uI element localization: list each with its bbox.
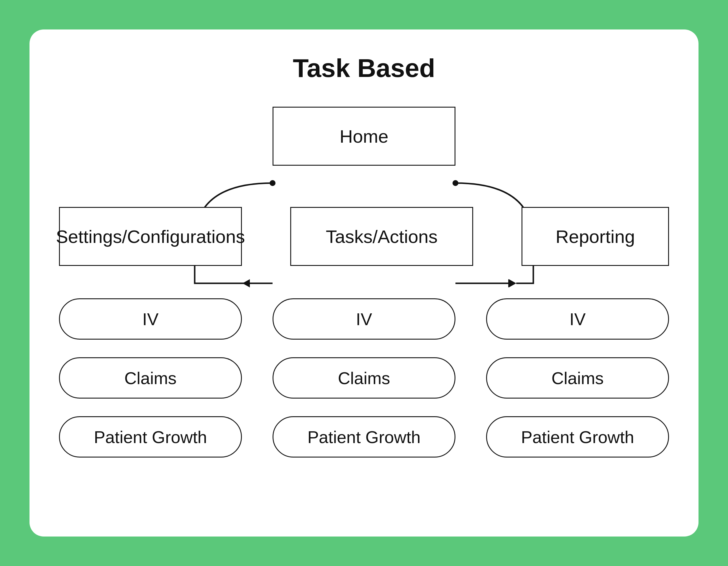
page-title: Task Based xyxy=(293,53,435,83)
settings-claims-label: Claims xyxy=(124,368,176,388)
settings-label: Settings/Configurations xyxy=(56,226,245,247)
tasks-patient-growth-pill[interactable]: Patient Growth xyxy=(273,416,455,457)
home-box: Home xyxy=(273,107,455,166)
settings-box: Settings/Configurations xyxy=(59,207,242,266)
middle-row: Settings/Configurations Tasks/Actions Re… xyxy=(59,207,669,266)
diagram-container: Home Settings/Configurations Tasks/Actio… xyxy=(59,107,669,513)
tasks-claims-label: Claims xyxy=(338,368,390,388)
reporting-pills-column: IV Claims Patient Growth xyxy=(486,298,669,457)
tasks-claims-pill[interactable]: Claims xyxy=(273,357,455,398)
reporting-claims-label: Claims xyxy=(551,368,604,388)
tasks-box: Tasks/Actions xyxy=(290,207,473,266)
settings-patient-growth-pill[interactable]: Patient Growth xyxy=(59,416,242,457)
reporting-claims-pill[interactable]: Claims xyxy=(486,357,669,398)
settings-iv-label: IV xyxy=(142,309,159,329)
svg-marker-8 xyxy=(508,279,516,287)
tasks-iv-pill[interactable]: IV xyxy=(273,298,455,339)
settings-iv-pill[interactable]: IV xyxy=(59,298,242,339)
settings-claims-pill[interactable]: Claims xyxy=(59,357,242,398)
reporting-patient-growth-pill[interactable]: Patient Growth xyxy=(486,416,669,457)
svg-point-5 xyxy=(452,180,458,186)
settings-patient-growth-label: Patient Growth xyxy=(94,427,207,447)
svg-marker-4 xyxy=(242,279,250,287)
reporting-label: Reporting xyxy=(556,226,635,247)
tasks-label: Tasks/Actions xyxy=(326,226,437,247)
tasks-pills-column: IV Claims Patient Growth xyxy=(273,298,455,457)
tasks-patient-growth-label: Patient Growth xyxy=(307,427,421,447)
reporting-iv-pill[interactable]: IV xyxy=(486,298,669,339)
main-card: Task Based xyxy=(29,29,699,537)
reporting-patient-growth-label: Patient Growth xyxy=(521,427,634,447)
pills-section: IV Claims Patient Growth IV Claims Pat xyxy=(59,298,669,457)
svg-point-3 xyxy=(270,180,276,186)
settings-pills-column: IV Claims Patient Growth xyxy=(59,298,242,457)
tasks-iv-label: IV xyxy=(356,309,372,329)
top-row: Home xyxy=(59,107,669,166)
reporting-iv-label: IV xyxy=(570,309,586,329)
home-label: Home xyxy=(340,126,388,147)
svg-marker-6 xyxy=(509,279,516,287)
reporting-box: Reporting xyxy=(522,207,669,266)
